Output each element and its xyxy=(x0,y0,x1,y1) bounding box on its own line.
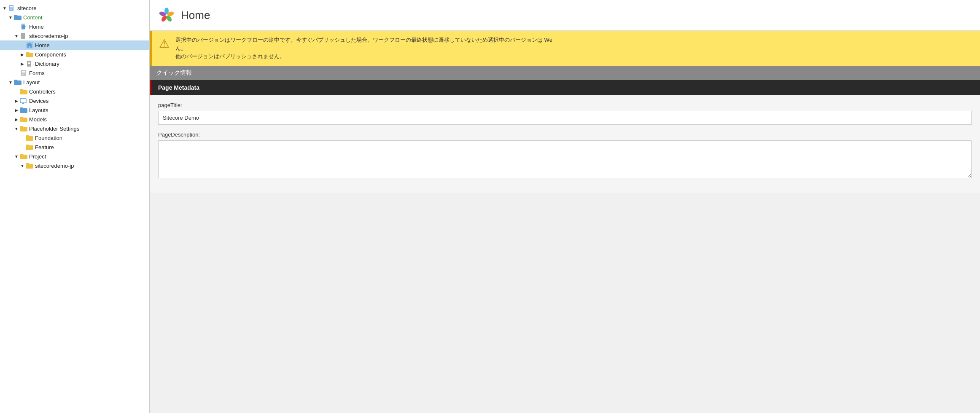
forms-icon xyxy=(19,70,28,76)
tree-arrow-content: ▼ xyxy=(8,15,13,20)
tree-item-components[interactable]: ▶ Components xyxy=(0,50,149,59)
tree-arrow-project: ▼ xyxy=(13,154,19,159)
page-header: Home xyxy=(150,0,980,31)
tree-item-project[interactable]: ▼ Project xyxy=(0,152,149,161)
feature-icon xyxy=(25,144,34,150)
tree-item-placeholder-settings[interactable]: ▼ Placeholder Settings xyxy=(0,124,149,133)
home-selected-label: Home xyxy=(35,42,50,48)
svg-rect-14 xyxy=(20,99,26,103)
page-title-label: pageTitle: xyxy=(158,102,972,108)
svg-rect-9 xyxy=(28,63,30,64)
tree-arrow-forms xyxy=(13,71,19,75)
feature-label: Feature xyxy=(35,144,54,150)
tree-item-devices[interactable]: ▶ Devices xyxy=(0,96,149,105)
project-label: Project xyxy=(29,153,46,160)
tree-item-forms[interactable]: Forms xyxy=(0,68,149,78)
sidebar: ▼ sitecore ▼ Content Home ▼ sitecoredemo… xyxy=(0,0,150,413)
warning-text: 選択中のバージョンはワークフローの途中です。今すぐパブリッシュした場合、ワークフ… xyxy=(175,36,552,61)
warning-icon: ⚠ xyxy=(159,37,170,51)
tree-item-foundation[interactable]: Foundation xyxy=(0,133,149,142)
tree-item-home-selected[interactable]: Home xyxy=(0,40,149,50)
folder-yellow-icon xyxy=(25,51,34,58)
tree-arrow-sitecoredemo2: ▼ xyxy=(19,164,25,168)
sitecoredemo-label: sitecoredemo-jp xyxy=(29,33,68,39)
dictionary-icon xyxy=(25,60,34,67)
quick-info-label: クイック情報 xyxy=(156,69,192,76)
controllers-label: Controllers xyxy=(29,88,56,95)
tree-item-home[interactable]: Home xyxy=(0,22,149,31)
forms-label: Forms xyxy=(29,70,45,76)
tree-arrow-layouts: ▶ xyxy=(13,108,19,113)
tree-item-sitecore[interactable]: ▼ sitecore xyxy=(0,3,149,13)
sitecore-logo xyxy=(158,7,175,24)
section-header: Page Metadata xyxy=(150,80,980,95)
warning-line1: 選択中のバージョンはワークフローの途中です。今すぐパブリッシュした場合、ワークフ… xyxy=(175,36,552,44)
page-description-input[interactable] xyxy=(158,140,972,178)
svg-rect-1 xyxy=(10,6,13,7)
tree-arrow-home xyxy=(13,24,19,29)
sitecoredemo2-label: sitecoredemo-jp xyxy=(35,163,74,169)
warning-line2: ん。 xyxy=(175,44,552,53)
models-label: Models xyxy=(29,116,47,123)
foundation-label: Foundation xyxy=(35,135,62,141)
svg-rect-12 xyxy=(22,72,25,73)
svg-rect-15 xyxy=(22,103,24,104)
svg-rect-3 xyxy=(10,9,12,10)
tree-item-layout[interactable]: ▼ Layout xyxy=(0,78,149,87)
tree-item-sitecoredemo[interactable]: ▼ sitecoredemo-jp xyxy=(0,31,149,40)
tree-arrow-feature xyxy=(19,145,25,150)
content-label: Content xyxy=(23,14,43,21)
form-area: pageTitle: PageDescription: xyxy=(150,95,980,193)
home-label: Home xyxy=(29,24,44,30)
home-selected-icon xyxy=(25,42,34,48)
page-description-field: PageDescription: xyxy=(158,131,972,180)
page-icon xyxy=(8,5,16,11)
tree-item-feature[interactable]: Feature xyxy=(0,142,149,152)
devices-label: Devices xyxy=(29,98,48,104)
sitecore-label: sitecore xyxy=(17,5,37,11)
tree-item-controllers[interactable]: Controllers xyxy=(0,87,149,96)
tree-arrow-home-selected xyxy=(19,43,25,48)
tree-item-layouts[interactable]: ▶ Layouts xyxy=(0,105,149,115)
warning-line3: 他のバージョンはパブリッシュされません。 xyxy=(175,52,552,61)
tree-arrow-placeholder-settings: ▼ xyxy=(13,126,19,131)
tree-item-models[interactable]: ▶ Models xyxy=(0,115,149,124)
quick-info-bar: クイック情報 xyxy=(150,66,980,80)
tree-arrow-layout: ▼ xyxy=(8,80,13,85)
tree-arrow-foundation xyxy=(19,136,25,140)
page-title-input[interactable] xyxy=(158,111,972,125)
foundation-icon xyxy=(25,134,34,141)
placeholder-settings-label: Placeholder Settings xyxy=(29,126,79,132)
folder-blue-icon xyxy=(13,14,22,21)
page-title-field: pageTitle: xyxy=(158,102,972,125)
tree-item-content[interactable]: ▼ Content xyxy=(0,13,149,22)
tree-arrow-models: ▶ xyxy=(13,117,19,122)
section-title: Page Metadata xyxy=(158,84,199,91)
svg-rect-11 xyxy=(22,71,25,72)
components-label: Components xyxy=(35,51,66,58)
tree-arrow-devices: ▶ xyxy=(13,99,19,103)
sitecoredemo2-icon xyxy=(25,162,34,169)
layouts-icon xyxy=(19,107,28,113)
tree-arrow-components: ▶ xyxy=(19,52,25,57)
tree-item-dictionary[interactable]: ▶ Dictionary xyxy=(0,59,149,68)
layout-folder-icon xyxy=(13,79,22,86)
models-icon xyxy=(19,116,28,123)
svg-rect-5 xyxy=(21,33,25,39)
project-icon xyxy=(19,153,28,160)
dictionary-label: Dictionary xyxy=(35,61,59,67)
home-page-icon xyxy=(19,23,28,30)
page-title: Home xyxy=(181,9,210,22)
main-content: Home ⚠ 選択中のバージョンはワークフローの途中です。今すぐパブリッシュした… xyxy=(150,0,980,413)
devices-icon xyxy=(19,97,28,104)
tree-item-sitecoredemo2[interactable]: ▼ sitecoredemo-jp xyxy=(0,161,149,170)
page-gray-icon xyxy=(19,32,28,39)
svg-rect-6 xyxy=(27,44,29,45)
layouts-label: Layouts xyxy=(29,107,48,113)
controllers-icon xyxy=(19,88,28,95)
tree-arrow-dictionary: ▶ xyxy=(19,62,25,66)
tree-arrow-sitecoredemo: ▼ xyxy=(13,34,19,38)
svg-rect-8 xyxy=(28,62,30,63)
layout-label: Layout xyxy=(23,79,40,86)
tree-arrow-sitecore: ▼ xyxy=(2,6,8,11)
